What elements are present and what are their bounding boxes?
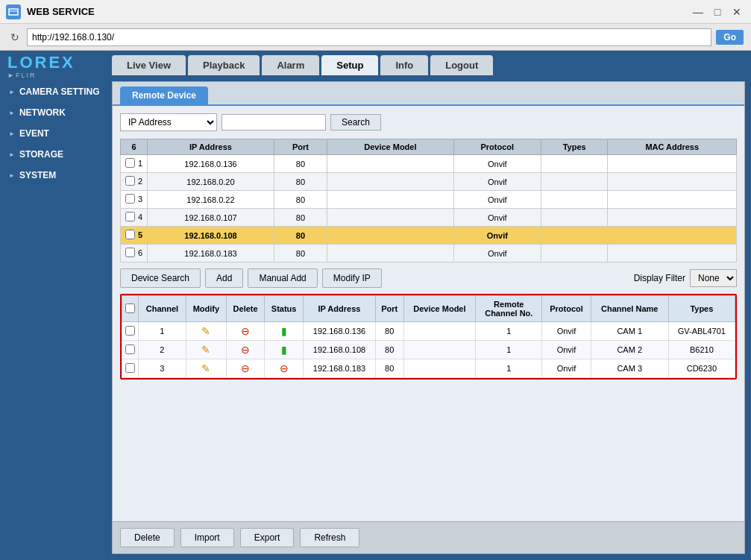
status-icon-green: ▮	[281, 325, 287, 337]
delete-icon[interactable]: ⊖	[241, 325, 250, 337]
status-icon-green: ▮	[281, 344, 287, 356]
remote-col-remote-ch: RemoteChannel No.	[476, 296, 542, 322]
display-filter-label: Display Filter	[634, 273, 685, 283]
maximize-button[interactable]: □	[709, 4, 726, 20]
col-types: Types	[541, 139, 608, 155]
panel-tab-header: Remote Device	[113, 82, 744, 106]
remote-col-channel-name: Channel Name	[591, 296, 668, 322]
col-ip: IP Address	[148, 139, 274, 155]
table-row[interactable]: 2 192.168.0.20 80 Onvif	[121, 173, 737, 191]
browser-refresh-button[interactable]: ↻	[7, 30, 22, 45]
search-button[interactable]: Search	[330, 114, 381, 130]
window-title: WEB SERVICE	[27, 6, 690, 17]
row-checkbox[interactable]	[125, 194, 135, 204]
address-input[interactable]	[27, 28, 711, 46]
remote-table-row[interactable]: 1 ✎ ⊖ ▮ 192.168.0.136 80 1 Onvif CAM 1	[122, 322, 735, 341]
row-checkbox[interactable]	[125, 158, 135, 168]
delete-icon[interactable]: ⊖	[241, 362, 250, 374]
remote-col-checkbox	[122, 296, 139, 322]
table-row[interactable]: 6 192.168.0.183 80 Onvif	[121, 245, 737, 262]
arrow-icon: ►	[9, 151, 15, 158]
delete-icon[interactable]: ⊖	[241, 344, 250, 356]
remote-col-modify: Modify	[186, 296, 226, 322]
sidebar-label-system: SYSTEM	[19, 170, 56, 180]
edit-icon[interactable]: ✎	[201, 325, 210, 337]
remote-col-model: Device Model	[403, 296, 476, 322]
app-icon	[6, 4, 21, 19]
tab-playback[interactable]: Playback	[188, 55, 260, 75]
table-row[interactable]: 3 192.168.0.22 80 Onvif	[121, 191, 737, 209]
col-protocol: Protocol	[453, 139, 541, 155]
sidebar-label-network: NETWORK	[19, 107, 66, 118]
content-area: ► CAMERA SETTING ► NETWORK ► EVENT ► STO…	[0, 75, 751, 560]
row-checkbox[interactable]	[125, 212, 135, 221]
refresh-button[interactable]: Refresh	[300, 528, 359, 547]
app-body: LOREX ►FLIR Live View Playback Alarm Set…	[0, 51, 751, 560]
remote-col-types: Types	[668, 296, 735, 322]
tab-liveview[interactable]: Live View	[112, 55, 186, 75]
remote-col-port: Port	[375, 296, 403, 322]
row-checkbox[interactable]	[125, 176, 135, 186]
import-button[interactable]: Import	[180, 528, 234, 547]
lorex-text: LOREX	[7, 54, 75, 72]
titlebar: WEB SERVICE — □ ✕	[0, 0, 751, 24]
manual-add-button[interactable]: Manual Add	[248, 268, 317, 288]
address-bar: ↻ Go	[0, 24, 751, 51]
remote-table-row[interactable]: 2 ✎ ⊖ ▮ 192.168.0.108 80 1 Onvif CAM 2	[122, 341, 735, 359]
minimize-button[interactable]: —	[690, 4, 706, 20]
device-search-button[interactable]: Device Search	[120, 268, 201, 288]
delete-button[interactable]: Delete	[120, 528, 175, 547]
device-discovery-table: 6 IP Address Port Device Model Protocol …	[120, 139, 737, 262]
modify-ip-button[interactable]: Modify IP	[322, 268, 382, 288]
panel-scroll[interactable]: IP Address Search 6 IP Address Port Devi…	[113, 106, 744, 521]
bottom-bar: Delete Import Export Refresh	[113, 521, 744, 553]
sidebar-label-storage: STORAGE	[19, 149, 63, 160]
display-filter-select[interactable]: None	[690, 269, 737, 287]
flir-text: ►FLIR	[7, 72, 75, 79]
col-model: Device Model	[327, 139, 454, 155]
remote-col-delete: Delete	[227, 296, 265, 322]
filter-value-input[interactable]	[221, 114, 326, 130]
add-button[interactable]: Add	[205, 268, 243, 288]
action-row: Device Search Add Manual Add Modify IP D…	[120, 268, 737, 288]
sidebar-item-camera-setting[interactable]: ► CAMERA SETTING	[0, 81, 112, 102]
row-checkbox[interactable]	[125, 230, 135, 239]
remote-row-checkbox[interactable]	[125, 326, 135, 336]
lorex-logo: LOREX ►FLIR	[7, 54, 75, 79]
sidebar: ► CAMERA SETTING ► NETWORK ► EVENT ► STO…	[0, 75, 112, 560]
table-row[interactable]: 4 192.168.0.107 80 Onvif	[121, 209, 737, 227]
remote-device-table-wrapper: Channel Modify Delete Status IP Address …	[120, 294, 737, 380]
table-row-selected[interactable]: 5 192.168.0.108 80 Onvif	[121, 227, 737, 245]
arrow-icon: ►	[9, 89, 15, 95]
panel-tab-remote-device[interactable]: Remote Device	[120, 86, 208, 104]
go-button[interactable]: Go	[716, 30, 744, 45]
col-count: 6	[121, 139, 148, 155]
top-nav-area: LOREX ►FLIR Live View Playback Alarm Set…	[0, 51, 751, 75]
close-button[interactable]: ✕	[729, 4, 745, 20]
arrow-icon: ►	[9, 110, 15, 116]
sidebar-item-event[interactable]: ► EVENT	[0, 123, 112, 144]
export-button[interactable]: Export	[240, 528, 295, 547]
remote-table-row[interactable]: 3 ✎ ⊖ ⊖ 192.168.0.183 80 1 Onvif CAM 3	[122, 359, 735, 378]
sidebar-item-system[interactable]: ► SYSTEM	[0, 165, 112, 186]
remote-row-checkbox[interactable]	[125, 345, 135, 354]
remote-row-checkbox[interactable]	[125, 363, 135, 373]
remote-col-protocol: Protocol	[542, 296, 591, 322]
tab-alarm[interactable]: Alarm	[262, 55, 319, 75]
filter-type-select[interactable]: IP Address	[120, 113, 217, 131]
remote-header-checkbox[interactable]	[125, 303, 135, 313]
col-port: Port	[274, 139, 327, 155]
table-row[interactable]: 1 192.168.0.136 80 Onvif	[121, 155, 737, 173]
sidebar-label-event: EVENT	[19, 128, 49, 139]
edit-icon[interactable]: ✎	[201, 344, 210, 356]
sidebar-item-storage[interactable]: ► STORAGE	[0, 144, 112, 165]
sidebar-item-network[interactable]: ► NETWORK	[0, 102, 112, 123]
remote-col-channel: Channel	[139, 296, 186, 322]
remote-col-ip: IP Address	[304, 296, 376, 322]
tab-setup[interactable]: Setup	[321, 55, 378, 75]
tab-logout[interactable]: Logout	[430, 55, 493, 75]
status-icon-red: ⊖	[280, 362, 289, 374]
edit-icon[interactable]: ✎	[201, 362, 210, 374]
row-checkbox[interactable]	[125, 248, 135, 257]
tab-info[interactable]: Info	[380, 55, 428, 75]
